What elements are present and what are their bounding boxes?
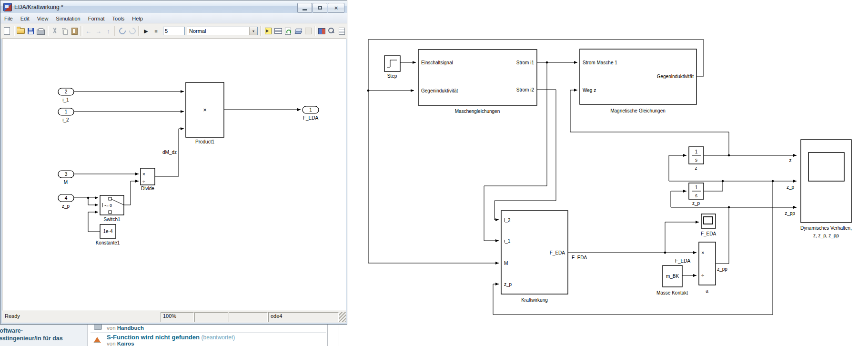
restore-button[interactable] <box>313 3 327 13</box>
magnet-in-strom-masche: Strom Masche 1 <box>583 60 617 65</box>
kraft-in-i2: i_2 <box>504 218 511 223</box>
menu-simulation[interactable]: Simulation <box>52 16 84 21</box>
menu-help[interactable]: Help <box>128 16 147 21</box>
redo-icon <box>128 26 137 36</box>
simulation-stop-time-input[interactable] <box>163 27 185 35</box>
wire-zp-to-integrator-z[interactable] <box>669 155 686 181</box>
back-button[interactable]: ← <box>83 26 93 36</box>
menu-view[interactable]: View <box>33 16 52 21</box>
kraft-in-zp: z_p <box>504 282 512 287</box>
model-canvas[interactable]: dM_dz 2 i_1 1 i_2 3 M 4 z_p × Product1 <box>2 39 346 311</box>
thread2-title-link[interactable]: S-Function wird nicht gefunden <box>107 334 200 341</box>
build-all-button[interactable] <box>293 26 303 36</box>
up-to-parent-button[interactable]: ↑ <box>103 26 113 36</box>
switch-port-mark-bottom <box>109 211 111 214</box>
inport-i1-number: 2 <box>65 89 68 94</box>
junction-dot <box>772 180 774 183</box>
wire-zp-to-switch-control[interactable] <box>88 198 98 205</box>
minimize-button[interactable] <box>297 3 312 13</box>
konstante1-value: 1e-4 <box>103 229 112 234</box>
kraft-in-i1: i_1 <box>504 238 511 244</box>
simulation-mode-select[interactable]: Normal ▼ <box>187 27 258 35</box>
divide-a-mul-sign: × <box>701 250 704 255</box>
junction-dot <box>728 206 730 209</box>
resize-grip[interactable] <box>339 312 346 322</box>
page-scrollbar-track[interactable] <box>339 325 341 346</box>
undo-button[interactable] <box>117 26 127 36</box>
right-diagram-svg: F_EDA F_EDA z z_p z_pp z_pp Step Einscha… <box>348 0 868 346</box>
kraftwirkung-label: Kraftwirkung <box>521 297 548 303</box>
maschengleichungen-block[interactable] <box>418 50 537 105</box>
menu-tools[interactable]: Tools <box>109 16 129 21</box>
cut-button[interactable] <box>50 26 60 36</box>
chevron-down-icon: ▼ <box>252 30 255 33</box>
sidebar-job-title-line1[interactable]: Software- <box>0 327 87 335</box>
divide-a-block[interactable] <box>699 242 716 285</box>
menu-format[interactable]: Format <box>84 16 109 21</box>
print-icon <box>37 30 45 35</box>
close-button[interactable]: × <box>328 3 344 13</box>
step-block[interactable] <box>384 56 400 71</box>
left-diagram-svg: dM_dz 2 i_1 1 i_2 3 M 4 z_p × Product1 <box>2 39 346 311</box>
save-model-button[interactable] <box>26 26 36 36</box>
signal-label-feda-dst: F_EDA <box>675 258 691 264</box>
toolbar-separator <box>114 26 116 36</box>
menu-file[interactable]: File <box>0 16 17 21</box>
outport-feda-number: 1 <box>309 107 312 112</box>
start-simulation-button[interactable]: ▶ <box>141 26 151 36</box>
wire-constant-to-switch[interactable] <box>88 212 100 232</box>
maschen-in-einschaltsignal: Einschaltsignal <box>421 60 453 65</box>
toolbar: ← → ↑ ▶ ■ Normal ▼ <box>0 23 347 39</box>
maschengleichungen-label: Maschengleichungen <box>455 109 500 114</box>
update-diagram-button[interactable] <box>283 26 293 36</box>
wire-a-output-up[interactable] <box>716 207 729 264</box>
search-icon <box>328 28 334 33</box>
status-empty-2 <box>229 312 268 322</box>
sidebar-job-title-line2[interactable]: Testingenieur/in für das <box>0 335 87 342</box>
simulation-mode-value: Normal <box>187 28 249 34</box>
toolbar-separator <box>138 26 140 36</box>
product1-sign: × <box>203 106 207 113</box>
paste-button[interactable] <box>70 26 80 36</box>
wire-switch-to-divide[interactable] <box>124 181 139 205</box>
menu-edit[interactable]: Edit <box>17 16 33 21</box>
wire-integrator-zp-out[interactable] <box>704 182 723 191</box>
combo-dropdown-button[interactable]: ▼ <box>249 27 257 35</box>
wire-feda-to-scope[interactable] <box>665 222 699 253</box>
signal-label-feda-src: F_EDA <box>572 255 587 260</box>
divide-div-sign: ÷ <box>142 179 145 184</box>
redo-button[interactable] <box>127 26 137 36</box>
inport-zp-number: 4 <box>65 195 68 201</box>
model-browser-button[interactable] <box>273 26 283 36</box>
divide-label: Divide <box>141 186 154 191</box>
status-zoom: 100% <box>161 312 194 322</box>
library-browser-button[interactable] <box>263 26 273 36</box>
new-model-button[interactable] <box>2 26 12 36</box>
integrator-z-label: z <box>695 165 697 171</box>
scope-dyn-label-line1: Dynamisches Verhalten, <box>800 225 852 231</box>
thread2-author-link[interactable]: Kairos <box>117 341 134 346</box>
print-button[interactable] <box>36 26 46 36</box>
masse-kontakt-label: Masse Kontakt <box>656 290 688 295</box>
thread1-author-prefix: von <box>107 325 116 331</box>
copy-button[interactable] <box>60 26 70 36</box>
junction-dot <box>367 90 370 92</box>
thread1-author-link[interactable]: Handbuch <box>117 325 144 331</box>
integrator-zp-numerator: 1 <box>695 185 698 190</box>
screenshot-root: EDA/Kraftwirkung * × File Edit View Simu… <box>0 0 868 346</box>
masse-kontakt-value: m_BK <box>666 274 679 279</box>
thread2-author-prefix: von <box>107 341 116 346</box>
titlebar[interactable]: EDA/Kraftwirkung * × <box>0 0 347 13</box>
simulink-app-icon <box>3 3 12 11</box>
signal-label-zp: z_p <box>787 184 795 190</box>
switch-port-mark-top <box>109 197 111 200</box>
new-file-icon <box>4 27 10 35</box>
find-button[interactable] <box>327 26 337 36</box>
open-model-button[interactable] <box>16 26 26 36</box>
debugger-button[interactable] <box>317 26 327 36</box>
paste-icon <box>71 28 78 35</box>
stop-simulation-button[interactable]: ■ <box>151 26 161 36</box>
toolbar-separator <box>47 26 49 36</box>
model-info-button[interactable] <box>337 26 347 36</box>
forward-button[interactable]: → <box>93 26 103 36</box>
